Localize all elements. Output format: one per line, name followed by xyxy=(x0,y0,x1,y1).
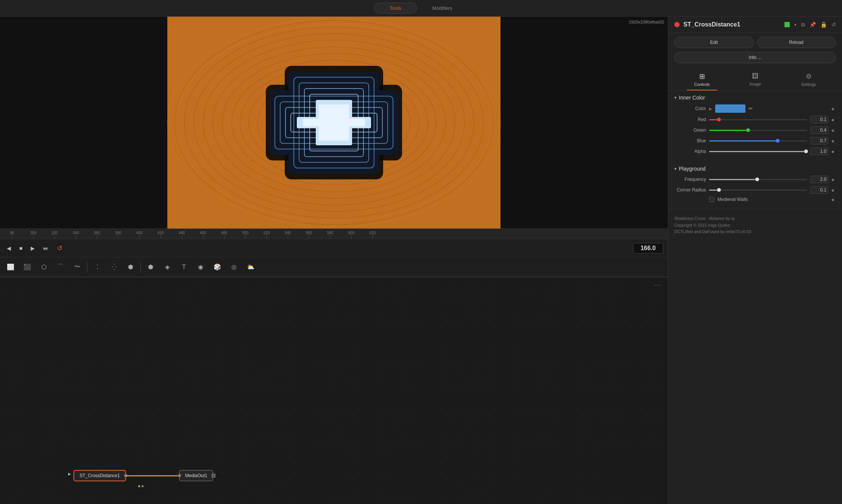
viewport: 1920x1080xfloat32 xyxy=(0,17,668,229)
edit-button[interactable]: Edit xyxy=(674,37,754,48)
red-keyframe-icon[interactable]: ◆ xyxy=(831,118,834,122)
tab-settings[interactable]: ⚙ Settings xyxy=(794,70,824,90)
alpha-value-input[interactable]: 1.0 xyxy=(810,148,828,155)
shape-tool[interactable]: ⬟ xyxy=(143,260,158,274)
footer-line2: Copyright © 2015 Inigo Quilez xyxy=(674,222,836,229)
lock-icon[interactable]: 🔒 xyxy=(820,22,827,28)
tab-controls[interactable]: ⊞ Controls xyxy=(687,70,717,90)
node-status-indicator xyxy=(674,22,680,27)
frequency-slider[interactable] xyxy=(709,176,807,182)
red-control-row: Red 0.1 ◆ xyxy=(674,116,836,123)
text-tool[interactable]: T xyxy=(176,260,192,274)
playground-chevron-icon: ▾ xyxy=(674,166,677,171)
ruler-mark: 560 xyxy=(298,229,320,239)
frequency-control-row: Frequency 2.0 ◆ xyxy=(674,176,836,183)
background-tool[interactable]: ⛅ xyxy=(243,260,258,274)
prev-frame-button[interactable]: ◀ xyxy=(5,244,13,253)
top-bar: Tools Modifiers xyxy=(0,0,842,17)
viewport-canvas xyxy=(0,17,668,229)
node-container: ▶ ST_CrossDistance1 xyxy=(68,470,213,481)
inner-color-section: ▾ Inner Color Color ▶ ✏ ◆ Red xyxy=(668,91,842,162)
red-value-input[interactable]: 0.1 xyxy=(810,116,828,123)
corner-radius-control-row: Corner Radius 0.1 ◆ xyxy=(674,186,836,194)
ruler-mark: 340 xyxy=(65,229,86,239)
mediaout-output-port[interactable] xyxy=(212,474,215,478)
copy-icon[interactable]: ⧉ xyxy=(801,22,805,28)
scatter-tool[interactable]: ⁚ xyxy=(90,260,105,274)
node-enabled-indicator[interactable] xyxy=(784,22,790,27)
playground-section-header[interactable]: ▾ Playground xyxy=(674,166,836,172)
inner-color-title: Inner Color xyxy=(679,95,705,101)
mediaout-node[interactable]: MediaOut1 xyxy=(179,470,214,481)
green-slider[interactable] xyxy=(709,127,807,133)
mediaout-input-port[interactable] xyxy=(178,474,181,478)
panel-tabs: ⊞ Controls 🖼 Image ⚙ Settings xyxy=(668,67,842,91)
tab-modifiers[interactable]: Modifiers xyxy=(417,3,468,14)
action-row: Edit Reload xyxy=(668,33,842,52)
ruler-mark: 480 xyxy=(214,229,235,239)
inner-color-section-header[interactable]: ▾ Inner Color xyxy=(674,95,836,101)
ruler-mark: 460 xyxy=(192,229,214,239)
corner-radius-keyframe-icon[interactable]: ◆ xyxy=(831,188,834,192)
ruler-mark: 620 xyxy=(362,229,383,239)
corner-radius-slider[interactable] xyxy=(709,187,807,193)
next-frame-button[interactable]: ⏭ xyxy=(41,244,51,253)
info-button[interactable]: Info ... xyxy=(674,52,836,63)
node-play-button[interactable]: ▶ xyxy=(68,471,71,476)
kebab-menu[interactable]: ··· xyxy=(654,281,662,289)
frequency-keyframe-icon[interactable]: ◆ xyxy=(831,177,834,182)
tab-image[interactable]: 🖼 Image xyxy=(742,70,769,90)
transport-bar: ◀ ■ ▶ ⏭ ↺ 166.0 xyxy=(0,239,668,257)
select-tool[interactable]: ⬜ xyxy=(3,260,18,274)
eyedropper-icon[interactable]: ✏ xyxy=(748,106,753,112)
curve-tool[interactable]: 〜 xyxy=(70,260,85,274)
pin-icon[interactable]: 📌 xyxy=(809,22,816,28)
green-label: Green xyxy=(676,128,706,133)
playground-title: Playground xyxy=(679,166,706,172)
stop-button[interactable]: ■ xyxy=(17,244,25,253)
node-wire-connector xyxy=(138,484,143,488)
blue-slider[interactable] xyxy=(709,138,807,144)
alpha-keyframe-icon[interactable]: ◆ xyxy=(831,149,834,154)
blue-keyframe-icon[interactable]: ◆ xyxy=(831,139,834,143)
loop-button[interactable]: ↺ xyxy=(55,243,65,254)
wire-dot-right xyxy=(142,485,143,487)
transform-tool[interactable]: ⬛ xyxy=(20,260,35,274)
green-value-input[interactable]: 0.4 xyxy=(810,126,828,134)
frequency-value-input[interactable]: 2.0 xyxy=(810,176,828,183)
node-wire xyxy=(126,475,179,476)
ruler-mark: 420 xyxy=(150,229,171,239)
color-keyframe-icon[interactable]: ◆ xyxy=(831,107,834,111)
path-tool[interactable]: ⌒ xyxy=(53,260,68,274)
play-button[interactable]: ▶ xyxy=(28,244,37,253)
color-swatch[interactable] xyxy=(715,104,745,113)
alpha-slider[interactable] xyxy=(709,148,807,154)
blue-value-input[interactable]: 0.7 xyxy=(810,137,828,145)
tool-separator-1 xyxy=(87,262,87,272)
red-slider[interactable] xyxy=(709,117,807,123)
undo-icon[interactable]: ↺ xyxy=(831,22,836,28)
image-tab-label: Image xyxy=(750,82,761,86)
color-expand-icon[interactable]: ▶ xyxy=(709,107,712,111)
chevron-down-icon[interactable]: ▾ xyxy=(794,22,797,27)
viewport-resolution: 1920x1080xfloat32 xyxy=(629,20,664,24)
footer-line1: Shadertoy Cross - distance by iq xyxy=(674,215,836,222)
tab-tools[interactable]: Tools xyxy=(374,3,416,14)
corner-radius-value-input[interactable]: 0.1 xyxy=(810,186,828,194)
3d-tool[interactable]: 🎲 xyxy=(210,260,225,274)
ruler-mark: 520 xyxy=(256,229,277,239)
medieval-walls-checkbox[interactable] xyxy=(709,197,714,202)
medieval-walls-keyframe-icon[interactable]: ◆ xyxy=(831,198,834,202)
polygon-tool[interactable]: ⬡ xyxy=(36,260,51,274)
extrude-tool[interactable]: ◈ xyxy=(160,260,175,274)
ruler-mark: 400 xyxy=(129,229,150,239)
frequency-label: Frequency xyxy=(676,177,706,182)
clone-tool[interactable]: ⁛ xyxy=(106,260,122,274)
reload-button[interactable]: Reload xyxy=(757,37,836,48)
green-keyframe-icon[interactable]: ◆ xyxy=(831,128,834,132)
lens-tool[interactable]: ◎ xyxy=(226,260,242,274)
particles-tool[interactable]: ◉ xyxy=(193,260,208,274)
mask-tool[interactable]: ⬢ xyxy=(123,260,138,274)
cross-distance-node[interactable]: ST_CrossDistance1 xyxy=(73,470,126,481)
ruler-marks: 80 300 320 340 360 380 400 420 440 460 4… xyxy=(0,229,383,239)
